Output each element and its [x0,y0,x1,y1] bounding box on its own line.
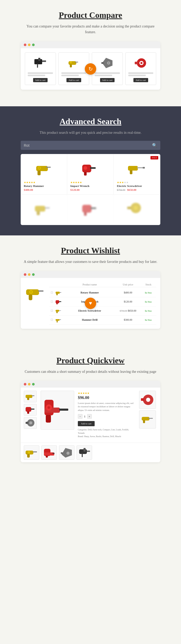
svg-rect-83 [46,456,48,458]
thumb-3[interactable] [24,417,37,429]
thumb-1[interactable] [24,391,37,402]
compare-add-btn-3[interactable]: Add to cart [100,78,115,82]
qty-minus-button[interactable]: − [78,414,82,419]
search-results-grid: ★★★★★ Rotary Hammer $400.00 ★★★★★ Impact… [21,154,160,195]
qty-plus-button[interactable]: + [87,414,92,419]
col-img [55,283,63,286]
search-results-container: ★★★★★ Rotary Hammer $400.00 ★★★★★ Impact… [21,154,160,225]
search-product-2: ★★★★★ Impact Wrench $120.00 [67,154,114,195]
rotary-hammer-icon [34,159,54,178]
svg-rect-30 [44,207,50,208]
compare-add-btn-4[interactable]: Add to cart [133,78,148,82]
svg-rect-47 [59,301,61,302]
qty-value: 1 [84,415,86,418]
row4-price: $300.00 [116,318,140,321]
row3-old-price: $794.00 [120,310,127,312]
search-product-img-6 [117,199,157,220]
col-name: Product name [64,283,115,286]
svg-point-68 [48,406,50,409]
svg-rect-86 [61,452,63,454]
svg-rect-18 [37,171,41,175]
thumb1-icon [25,392,35,401]
svg-rect-45 [56,293,58,295]
svg-rect-77 [33,451,37,452]
svg-rect-66 [59,409,68,411]
qv-dot-green [32,383,35,386]
bottom-tool-3[interactable] [59,445,74,460]
compare-title: Product Compare [21,10,160,20]
wishlist-dot-green [32,273,35,276]
compare-add-btn-1[interactable]: Add to cart [33,78,48,82]
row1-tool-icon [55,290,62,296]
product-price-3: $650.00 [127,188,137,191]
bottom-tool1-icon [25,447,38,458]
row1-name: Rotary Hammer [64,291,115,294]
search-product-5-blur [67,195,114,225]
product-img-jigsaw [28,55,53,71]
compare-add-btn-2[interactable]: Add to cart [66,78,81,82]
row1-price: $400.00 [116,291,140,294]
compare-products-container: Add to cart Add to cart ↻ [21,48,160,90]
svg-rect-11 [101,62,103,64]
svg-rect-75 [143,420,145,423]
compare-product-1: Add to cart [25,52,56,85]
product-line-3 [61,72,87,74]
wishlist-section: Product Wishlist A simple feature that a… [0,235,181,345]
svg-rect-27 [130,170,132,174]
search-product-img-3 [117,158,157,179]
search-subtitle: This product search will get you quick a… [21,130,160,136]
svg-rect-2 [37,64,38,68]
svg-point-85 [66,452,70,455]
bottom-tool2-icon [43,447,56,458]
bottom-tool-2[interactable] [41,445,57,460]
product-line-4 [61,75,79,76]
qv-right-img-1[interactable] [139,391,156,409]
bottom-tool-1[interactable] [24,445,39,460]
row1-check[interactable]: ☐ [49,291,54,294]
quickview-subtitle: Customers can obtain a short summary of … [21,369,160,375]
row3-check[interactable]: ☐ [49,309,54,312]
thumb-2[interactable] [24,404,37,416]
quickview-description: Lorem ipsum dolor sit amet, consectetur … [78,402,135,412]
search-title: Advanced Search [21,117,160,126]
product-price-2: $120.00 [70,188,110,191]
row1-img [55,290,62,296]
qv-dot-red [24,383,26,386]
row2-img [55,299,62,305]
wishlist-row-4: ☐ Hammer Drill $300.00 In Stoc [49,316,156,325]
quickview-price: $96.00 [78,395,135,400]
svg-rect-33 [90,207,96,209]
add-to-cart-button[interactable]: Add to cart [78,421,95,426]
wishlist-heart-button[interactable]: ♥ [85,298,96,309]
search-bar[interactable]: 🔍 [21,141,160,150]
svg-point-20 [39,167,40,169]
product-line-7 [128,72,154,74]
svg-rect-49 [56,310,59,312]
quickview-stars: ★★★★★ [78,392,135,395]
svg-rect-31 [37,211,40,215]
dot-red [24,44,26,46]
browser-titlebar [21,41,160,48]
search-icon: 🔍 [152,143,157,148]
wishlist-row-2: ☐ Impact Wrench $120.00 In Stoc [49,297,156,306]
product-name-3: Electric Screwdriver [117,184,157,187]
bottom-tool-4[interactable] [77,445,92,460]
row4-img [55,317,62,323]
refresh-button[interactable]: ↻ [85,63,96,75]
svg-rect-51 [56,311,58,313]
row4-check[interactable]: ☐ [49,318,54,321]
search-results-blurred [21,195,160,225]
product-line-8 [128,75,146,76]
svg-point-14 [140,62,142,64]
row3-img [55,308,62,314]
svg-rect-34 [84,212,87,216]
right-thumb2-icon [140,412,155,426]
electric-saw-icon [101,57,114,69]
search-input[interactable] [24,143,152,148]
bottom-tool4-icon [78,447,91,458]
svg-rect-1 [38,58,40,61]
wishlist-title: Product Wishlist [21,246,160,255]
svg-rect-89 [82,453,83,457]
row2-check[interactable]: ☐ [49,300,54,303]
qv-right-img-2[interactable] [139,410,156,429]
